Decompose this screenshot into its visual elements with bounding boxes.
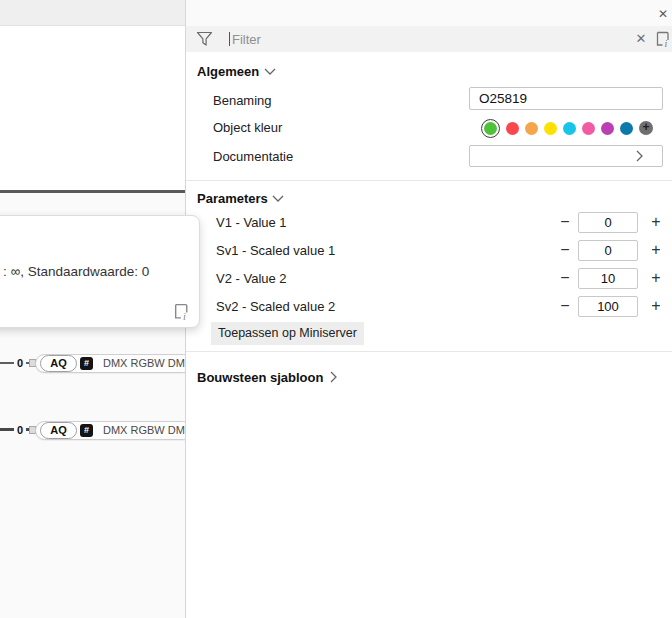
block-output-row[interactable]: AQ # DMX RGBW DMX bbox=[35, 354, 185, 373]
documentatie-input[interactable] bbox=[469, 145, 663, 167]
panel-title-strip bbox=[186, 0, 672, 26]
color-swatch[interactable] bbox=[582, 122, 595, 135]
tooltip: : ∞, Standaardwaarde: 0 i bbox=[0, 215, 200, 328]
section-divider bbox=[186, 180, 672, 181]
color-swatch[interactable] bbox=[563, 122, 576, 135]
benaming-label: Benaming bbox=[213, 92, 272, 110]
param-label: Sv1 - Scaled value 1 bbox=[216, 242, 335, 260]
param-value-input[interactable] bbox=[578, 212, 638, 233]
clear-filter-icon[interactable]: ✕ bbox=[632, 30, 650, 48]
increment-button[interactable]: + bbox=[648, 212, 664, 233]
section-header-bouwsteen-sjabloon[interactable]: Bouwsteen sjabloon bbox=[197, 369, 323, 387]
wire bbox=[0, 362, 14, 364]
output-port[interactable]: AQ bbox=[40, 422, 77, 439]
number-type-icon: # bbox=[80, 424, 93, 437]
section-divider bbox=[186, 351, 672, 352]
filter-input[interactable] bbox=[232, 26, 612, 52]
output-label: DMX RGBW DMX bbox=[103, 422, 185, 439]
description-info-icon[interactable]: i bbox=[654, 30, 672, 48]
param-label: Sv2 - Scaled value 2 bbox=[216, 298, 335, 316]
chevron-right-icon[interactable] bbox=[330, 371, 338, 383]
app-window: 0 AQ # DMX RGBW DMX 0 AQ # DMX RGBW DMX … bbox=[0, 0, 672, 618]
color-swatch[interactable] bbox=[601, 122, 614, 135]
color-swatch[interactable] bbox=[506, 122, 519, 135]
color-swatch[interactable] bbox=[525, 122, 538, 135]
wire-value-label: 0 bbox=[17, 357, 23, 369]
description-info-icon: i bbox=[172, 302, 191, 321]
color-swatch[interactable] bbox=[484, 122, 497, 135]
increment-button[interactable]: + bbox=[648, 240, 664, 261]
filter-icon bbox=[196, 31, 213, 47]
section-header-algemeen[interactable]: Algemeen bbox=[197, 63, 259, 81]
tooltip-text: : ∞, Standaardwaarde: 0 bbox=[3, 264, 149, 279]
page-area bbox=[0, 27, 185, 190]
add-color-icon[interactable]: + bbox=[639, 121, 653, 135]
increment-button[interactable]: + bbox=[648, 268, 664, 289]
chevron-down-icon[interactable] bbox=[272, 195, 284, 203]
decrement-button[interactable]: − bbox=[557, 212, 573, 233]
block-output-row[interactable]: AQ # DMX RGBW DMX bbox=[35, 421, 185, 440]
increment-button[interactable]: + bbox=[648, 296, 664, 317]
color-swatch[interactable] bbox=[620, 122, 633, 135]
benaming-input[interactable] bbox=[469, 87, 663, 110]
decrement-button[interactable]: − bbox=[557, 240, 573, 261]
wire-value-label: 0 bbox=[17, 424, 23, 436]
svg-text:i: i bbox=[183, 311, 186, 321]
filter-bar: ✕ i bbox=[186, 26, 672, 52]
documentatie-label: Documentatie bbox=[213, 148, 293, 166]
svg-text:i: i bbox=[665, 38, 668, 48]
text-caret bbox=[229, 32, 230, 46]
color-swatch-row: + bbox=[481, 118, 653, 138]
apply-to-miniserver-button[interactable]: Toepassen op Miniserver bbox=[211, 322, 364, 345]
number-type-icon: # bbox=[80, 357, 93, 370]
output-port[interactable]: AQ bbox=[40, 355, 77, 372]
section-header-parameters[interactable]: Parameters bbox=[197, 190, 268, 208]
decrement-button[interactable]: − bbox=[557, 296, 573, 317]
close-icon[interactable]: ✕ bbox=[654, 5, 672, 23]
param-value-input[interactable] bbox=[578, 268, 638, 289]
properties-panel: ✕ ✕ i Algemeen Benaming Object kleur bbox=[185, 0, 672, 618]
selected-color-ring[interactable] bbox=[481, 119, 500, 138]
wire bbox=[0, 428, 14, 431]
decrement-button[interactable]: − bbox=[557, 268, 573, 289]
color-swatch[interactable] bbox=[544, 122, 557, 135]
output-label: DMX RGBW DMX bbox=[103, 355, 185, 372]
param-label: V2 - Value 2 bbox=[216, 270, 287, 288]
param-value-input[interactable] bbox=[578, 296, 638, 317]
object-kleur-label: Object kleur bbox=[213, 119, 282, 137]
chevron-down-icon[interactable] bbox=[264, 68, 276, 76]
param-label: V1 - Value 1 bbox=[216, 214, 287, 232]
canvas-header-strip bbox=[0, 0, 185, 26]
param-value-input[interactable] bbox=[578, 240, 638, 261]
chevron-right-icon[interactable] bbox=[636, 150, 644, 162]
